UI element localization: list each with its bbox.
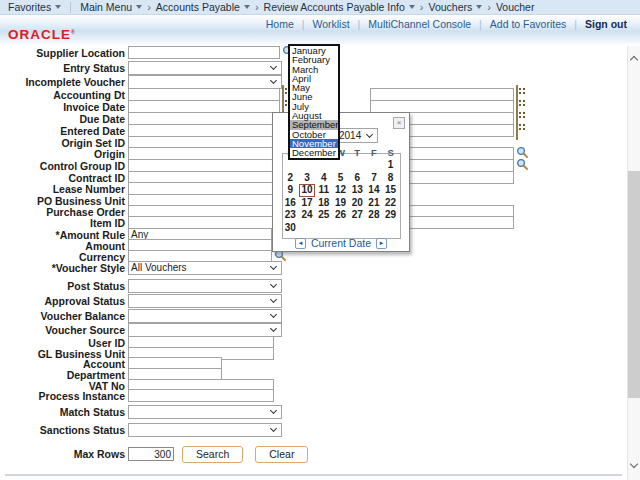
voucher-balance-label: Voucher Balance — [0, 310, 125, 322]
accounting-dt-label: Accounting Dt — [0, 89, 125, 101]
lease-number-label: Lease Number — [0, 183, 125, 195]
day-header: S — [382, 147, 399, 158]
calendar-day-5[interactable]: 5 — [332, 172, 349, 185]
chevron-down-icon — [270, 325, 277, 332]
calendar-day-10[interactable]: 10 — [299, 184, 316, 197]
calendar-day-empty — [332, 222, 349, 235]
calendar-day-empty — [315, 159, 332, 172]
invoice-date-label: Invoice Date — [0, 101, 125, 113]
process-instance-input[interactable] — [128, 389, 274, 402]
calendar-day-26[interactable]: 26 — [332, 209, 349, 222]
incomplete-voucher-select[interactable] — [128, 75, 282, 89]
post-status-select[interactable] — [128, 279, 282, 293]
calendar-day-14[interactable]: 14 — [366, 184, 383, 197]
supplier-location-input[interactable] — [128, 46, 280, 59]
match-status-select[interactable] — [128, 405, 282, 419]
day-header: F — [366, 147, 383, 158]
calendar-day-30[interactable]: 30 — [282, 222, 299, 235]
approval-status-label: Approval Status — [0, 295, 125, 307]
form-row-process-instance: Process Instance — [0, 389, 274, 402]
calendar-day-17[interactable]: 17 — [299, 197, 316, 210]
calendar-day-29[interactable]: 29 — [382, 209, 399, 222]
calendar-day-4[interactable]: 4 — [315, 172, 332, 185]
sanctions-status-select[interactable] — [128, 423, 282, 437]
calendar-day-8[interactable]: 8 — [382, 172, 399, 185]
calendar-day-19[interactable]: 19 — [332, 197, 349, 210]
calendar-day-empty — [299, 159, 316, 172]
voucher-style-select[interactable]: All Vouchers — [128, 261, 282, 275]
calendar-day-empty — [366, 159, 383, 172]
calendar-day-28[interactable]: 28 — [366, 209, 383, 222]
calendar-day-15[interactable]: 15 — [382, 184, 399, 197]
clear-button[interactable]: Clear — [255, 446, 308, 463]
calendar-day-1[interactable]: 1 — [382, 159, 399, 172]
chevron-down-icon — [270, 263, 277, 270]
calendar-footer: ◄ Current Date ► — [273, 237, 409, 249]
scroll-up-icon[interactable] — [630, 56, 638, 64]
close-icon[interactable]: × — [393, 117, 405, 129]
calendar-day-25[interactable]: 25 — [315, 209, 332, 222]
entry-status-select[interactable] — [128, 61, 282, 75]
chevron-down-icon — [270, 311, 277, 318]
chevron-down-icon — [270, 296, 277, 303]
search-button[interactable]: Search — [182, 446, 243, 463]
chevron-down-icon — [270, 425, 277, 432]
process-instance-label: Process Instance — [0, 390, 125, 402]
calendar-day-7[interactable]: 7 — [366, 172, 383, 185]
chevron-down-icon — [270, 77, 277, 84]
form-row-sanctions-status: Sanctions Status — [0, 423, 282, 436]
calendar-day-12[interactable]: 12 — [332, 184, 349, 197]
calendar-day-22[interactable]: 22 — [382, 197, 399, 210]
calendar-day-13[interactable]: 13 — [349, 184, 366, 197]
entry-status-label: Entry Status — [0, 62, 125, 74]
voucher-style-label: *Voucher Style — [0, 262, 125, 274]
calendar-days: 1234567891011121314151617181920212223242… — [282, 159, 399, 234]
approval-status-select[interactable] — [128, 294, 282, 308]
entered-date-label: Entered Date — [0, 125, 125, 137]
calendar-day-empty — [332, 159, 349, 172]
max-rows-label: Max Rows — [0, 448, 125, 460]
chevron-down-icon — [270, 63, 277, 70]
form-row-post-status: Post Status — [0, 279, 282, 292]
day-header: T — [349, 147, 366, 158]
calendar-day-24[interactable]: 24 — [299, 209, 316, 222]
scrollbar-thumb[interactable] — [628, 171, 640, 398]
lookup-icon[interactable] — [516, 157, 529, 175]
calendar-day-11[interactable]: 11 — [315, 184, 332, 197]
calendar-day-empty — [349, 159, 366, 172]
current-date-link[interactable]: Current Date — [311, 237, 371, 249]
post-status-label: Post Status — [0, 280, 125, 292]
form-row-voucher-style: *Voucher StyleAll Vouchers — [0, 261, 282, 274]
voucher-balance-select[interactable] — [128, 309, 282, 323]
calendar-day-27[interactable]: 27 — [349, 209, 366, 222]
control-group-id-label: Control Group ID — [0, 160, 125, 172]
voucher-source-select[interactable] — [128, 323, 282, 337]
chevron-down-icon — [270, 407, 277, 414]
calendar-day-6[interactable]: 6 — [349, 172, 366, 185]
calendar-day-2[interactable]: 2 — [282, 172, 299, 185]
year-select[interactable]: 2014 — [335, 128, 378, 143]
action-row: Max Rows 300 Search Clear — [0, 445, 308, 463]
form-row-voucher-balance: Voucher Balance — [0, 309, 282, 322]
calendar-day-18[interactable]: 18 — [315, 197, 332, 210]
calendar-day-21[interactable]: 21 — [366, 197, 383, 210]
vertical-scrollbar[interactable] — [627, 46, 640, 480]
calendar-day-3[interactable]: 3 — [299, 172, 316, 185]
month-option-december[interactable]: December — [290, 148, 338, 157]
calendar-icon[interactable] — [516, 122, 518, 140]
month-dropdown-list: JanuaryFebruaryMarchAprilMayJuneJulyAugu… — [288, 44, 340, 160]
item-id-label: Item ID — [0, 217, 125, 229]
next-month-icon[interactable]: ► — [376, 238, 387, 249]
prev-month-icon[interactable]: ◄ — [295, 238, 306, 249]
calendar-day-9[interactable]: 9 — [282, 184, 299, 197]
chevron-down-icon — [270, 281, 277, 288]
year-select-value: 2014 — [339, 130, 361, 141]
calendar-day-23[interactable]: 23 — [282, 209, 299, 222]
sanctions-status-label: Sanctions Status — [0, 424, 125, 436]
calendar-day-empty — [349, 222, 366, 235]
calendar-day-20[interactable]: 20 — [349, 197, 366, 210]
max-rows-input[interactable]: 300 — [128, 447, 174, 461]
scroll-down-icon[interactable] — [630, 460, 638, 468]
calendar-day-16[interactable]: 16 — [282, 197, 299, 210]
form-row-approval-status: Approval Status — [0, 294, 282, 307]
